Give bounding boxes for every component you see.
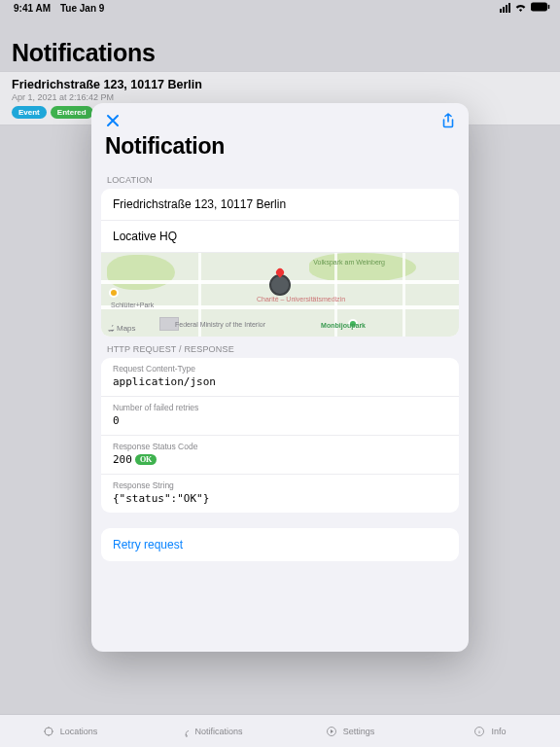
response-string-label: Response String <box>113 480 447 490</box>
battery-icon <box>531 2 550 14</box>
cellular-icon <box>500 3 510 13</box>
map-poi: Charité – Universitätsmedizin <box>257 296 345 302</box>
chat-icon <box>177 726 189 737</box>
svg-rect-1 <box>548 5 550 10</box>
map-poi: Federal Ministry of the Interior <box>175 321 265 328</box>
svg-point-2 <box>45 728 52 735</box>
failed-retries-label: Number of failed retries <box>113 403 447 412</box>
status-code-value: 200OK <box>113 453 447 466</box>
map-view[interactable]: Schlüter+Park Federal Ministry of the In… <box>101 253 459 337</box>
map-pin-icon <box>269 274 291 296</box>
sheet-title: Notification <box>91 133 469 167</box>
location-address: Friedrichstraße 123, 10117 Berlin <box>101 189 459 221</box>
req-content-type-label: Request Content-Type <box>113 364 447 374</box>
page-title: Notifications <box>12 39 548 67</box>
notification-row-subtitle: Apr 1, 2021 at 2:16:42 PM <box>12 92 548 102</box>
location-name: Locative HQ <box>101 221 459 253</box>
map-poi-dot <box>109 288 119 298</box>
share-button[interactable] <box>441 113 455 131</box>
req-content-type-value: application/json <box>113 375 447 388</box>
tab-settings[interactable]: Settings <box>280 715 420 747</box>
detail-sheet: Notification LOCATION Friedrichstraße 12… <box>91 103 469 652</box>
target-icon <box>43 726 54 737</box>
tab-bar: Locations Notifications Settings Info <box>0 714 560 747</box>
tab-info[interactable]: Info <box>420 715 560 747</box>
page-header: Notifications <box>0 14 560 71</box>
map-poi: Monbijoupark <box>321 322 366 329</box>
section-http-label: HTTP REQUEST / RESPONSE <box>91 337 469 358</box>
info-icon <box>473 726 485 737</box>
failed-retries-value: 0 <box>113 414 447 427</box>
response-string-value: {"status":"OK"} <box>113 492 447 505</box>
badge-event: Event <box>12 106 47 119</box>
svg-rect-0 <box>531 2 547 11</box>
status-code-label: Response Status Code <box>113 442 447 451</box>
map-poi: Schlüter+Park <box>111 302 154 308</box>
retry-request-button[interactable]: Retry request <box>101 528 459 561</box>
tab-notifications[interactable]: Notifications <box>140 715 280 747</box>
close-button[interactable] <box>105 113 121 131</box>
map-poi: Volkspark am Weinberg <box>313 259 385 266</box>
badge-entered: Entered <box>51 106 93 119</box>
status-time: 9:41 AM <box>14 3 51 14</box>
wifi-icon <box>514 2 527 14</box>
play-circle-icon <box>326 726 337 737</box>
status-date: Tue Jan 9 <box>60 3 104 14</box>
notification-row-title: Friedrichstraße 123, 10117 Berlin <box>12 78 548 91</box>
map-provider: Maps <box>107 324 136 333</box>
status-bar: 9:41 AM Tue Jan 9 <box>0 0 560 14</box>
location-card: Friedrichstraße 123, 10117 Berlin Locati… <box>101 189 459 337</box>
http-card: Request Content-Type application/json Nu… <box>101 358 459 513</box>
tab-locations[interactable]: Locations <box>0 715 140 747</box>
status-ok-badge: OK <box>135 454 157 465</box>
section-location-label: LOCATION <box>91 167 469 189</box>
